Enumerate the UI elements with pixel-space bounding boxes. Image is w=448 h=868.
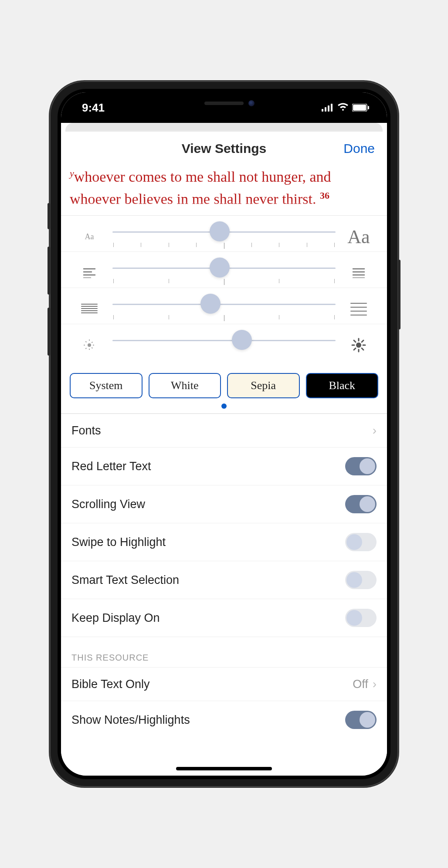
page-dot-active xyxy=(221,403,227,409)
svg-line-31 xyxy=(86,348,87,349)
align-justify-icon xyxy=(339,268,378,278)
swipe-highlight-label: Swipe to Highlight xyxy=(71,536,166,549)
smart-text-selection-row: Smart Text Selection xyxy=(61,561,387,599)
preview-fade xyxy=(61,201,387,215)
theme-white-button[interactable]: White xyxy=(149,373,221,398)
phone-bezel: 9:41 View Settings Done xyxy=(58,89,390,779)
line-spacing-slider[interactable] xyxy=(112,296,336,322)
show-notes-label: Show Notes/Highlights xyxy=(71,713,190,727)
phone-frame: 9:41 View Settings Done xyxy=(50,81,398,787)
scrolling-view-toggle[interactable] xyxy=(345,495,377,513)
svg-line-29 xyxy=(86,342,87,342)
scrolling-view-row: Scrolling View xyxy=(61,485,387,523)
section-header-this-resource: THIS RESOURCE xyxy=(61,637,387,668)
svg-line-32 xyxy=(92,342,93,342)
svg-rect-1 xyxy=(325,107,326,112)
keep-display-on-label: Keep Display On xyxy=(71,611,160,625)
sliders-section: Aa Aa xyxy=(61,216,387,414)
show-notes-toggle[interactable] xyxy=(345,711,377,729)
preview-line-1: whoever comes to me shall not hunger, an… xyxy=(74,169,331,185)
mute-switch xyxy=(48,203,50,229)
volume-up-button xyxy=(48,247,50,295)
battery-icon xyxy=(352,101,370,115)
swipe-highlight-row: Swipe to Highlight xyxy=(61,523,387,561)
svg-point-33 xyxy=(356,342,361,348)
keep-display-on-toggle[interactable] xyxy=(345,609,377,627)
red-letter-toggle[interactable] xyxy=(345,457,377,475)
speaker-grill xyxy=(204,102,244,105)
font-size-small-icon: Aa xyxy=(70,232,109,241)
fonts-label: Fonts xyxy=(71,424,101,437)
line-spacing-slider-row xyxy=(61,288,387,324)
modal-title: View Settings xyxy=(182,141,267,156)
brightness-high-icon xyxy=(339,338,378,353)
svg-rect-2 xyxy=(328,105,329,112)
cross-reference-marker: y xyxy=(70,168,74,179)
svg-rect-3 xyxy=(331,104,333,112)
font-size-slider[interactable] xyxy=(112,224,336,250)
svg-line-41 xyxy=(362,340,363,342)
page-indicator xyxy=(61,401,387,414)
chevron-right-icon: › xyxy=(373,677,377,691)
font-size-large-icon: Aa xyxy=(339,226,378,248)
phone-screen: 9:41 View Settings Done xyxy=(61,92,387,776)
keep-display-on-row: Keep Display On xyxy=(61,599,387,637)
svg-rect-5 xyxy=(353,105,366,111)
svg-line-38 xyxy=(354,340,356,342)
red-letter-row: Red Letter Text xyxy=(61,448,387,485)
modal-header: View Settings Done xyxy=(61,132,387,166)
view-settings-modal: View Settings Done ywhoever comes to me … xyxy=(61,132,387,776)
done-button[interactable]: Done xyxy=(343,141,375,156)
svg-rect-0 xyxy=(322,109,323,112)
font-size-slider-row: Aa Aa xyxy=(61,216,387,252)
front-camera xyxy=(248,100,255,106)
cellular-signal-icon xyxy=(322,101,334,115)
notch xyxy=(159,92,289,114)
volume-down-button xyxy=(48,308,50,356)
brightness-slider-row xyxy=(61,324,387,366)
wifi-icon xyxy=(337,101,349,115)
chevron-right-icon: › xyxy=(373,424,377,437)
theme-selector: System White Sepia Black xyxy=(61,366,387,401)
text-preview: ywhoever comes to me shall not hunger, a… xyxy=(61,166,387,216)
align-left-icon xyxy=(70,268,109,278)
scrolling-view-label: Scrolling View xyxy=(71,498,145,511)
status-time: 9:41 xyxy=(82,101,105,115)
text-align-slider-row xyxy=(61,252,387,288)
show-notes-row: Show Notes/Highlights xyxy=(61,701,387,739)
home-indicator[interactable] xyxy=(176,767,272,770)
power-button xyxy=(398,260,400,329)
smart-text-selection-toggle[interactable] xyxy=(345,571,377,589)
svg-line-30 xyxy=(92,348,93,349)
smart-text-selection-label: Smart Text Selection xyxy=(71,573,179,587)
svg-line-39 xyxy=(362,348,363,350)
red-letter-label: Red Letter Text xyxy=(71,460,151,473)
theme-black-button[interactable]: Black xyxy=(306,373,379,398)
bible-text-only-label: Bible Text Only xyxy=(71,678,150,691)
swipe-highlight-toggle[interactable] xyxy=(345,533,377,551)
theme-sepia-button[interactable]: Sepia xyxy=(227,373,300,398)
brightness-slider[interactable] xyxy=(112,332,336,358)
fonts-row[interactable]: Fonts › xyxy=(61,414,387,448)
line-spacing-tight-icon xyxy=(70,303,109,315)
line-spacing-loose-icon xyxy=(339,302,378,315)
theme-system-button[interactable]: System xyxy=(70,373,143,398)
brightness-low-icon xyxy=(70,339,109,352)
bible-text-only-row[interactable]: Bible Text Only Off › xyxy=(61,668,387,701)
svg-point-24 xyxy=(88,343,91,347)
svg-line-40 xyxy=(354,348,356,350)
text-align-slider[interactable] xyxy=(112,260,336,286)
bible-text-only-value: Off xyxy=(353,678,368,691)
modal-backdrop-card xyxy=(65,123,383,132)
svg-rect-6 xyxy=(368,106,369,109)
settings-list: Fonts › Red Letter Text Scrolling View S… xyxy=(61,414,387,739)
verse-number: 36 xyxy=(320,190,329,201)
